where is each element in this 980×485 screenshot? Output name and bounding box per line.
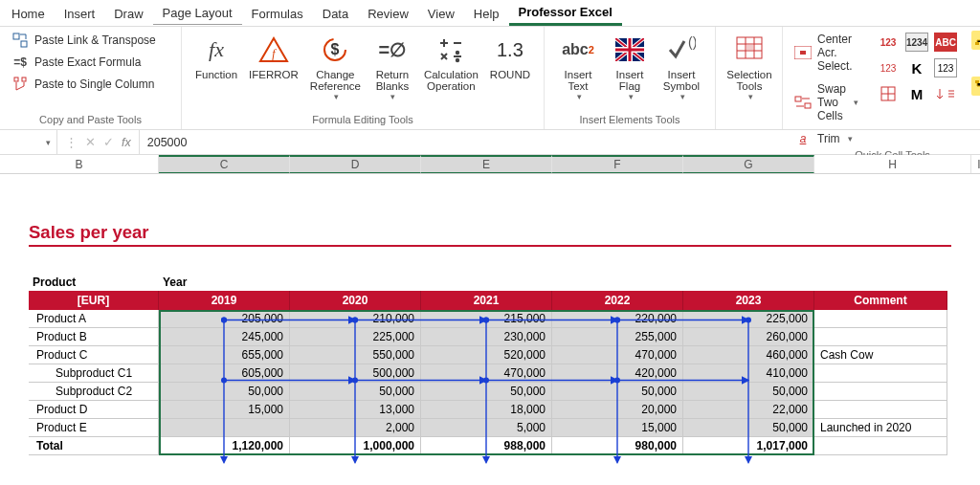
value-cell[interactable]: 980,000 <box>552 437 683 454</box>
value-cell[interactable]: 655,000 <box>159 346 290 364</box>
value-cell[interactable]: 50,000 <box>421 383 552 400</box>
group-1234-icon[interactable]: 1234 <box>905 33 928 52</box>
center-across-selection-button[interactable]: Center Acr. Select. <box>791 31 862 75</box>
value-cell[interactable]: 215,000 <box>421 310 552 327</box>
hierarchy-bottom-icon[interactable] <box>971 77 980 96</box>
value-cell[interactable]: 15,000 <box>159 401 290 418</box>
value-cell[interactable]: 410,000 <box>683 364 814 382</box>
comment-cell[interactable] <box>814 383 947 400</box>
value-cell[interactable]: 22,000 <box>683 401 814 418</box>
product-name-cell[interactable]: Product D <box>29 401 159 418</box>
col-header-D[interactable]: D <box>290 155 421 173</box>
value-cell[interactable]: 50,000 <box>683 383 814 400</box>
chevron-down-small-icon[interactable]: ▾ <box>971 54 980 73</box>
value-cell[interactable]: 15,000 <box>552 419 683 436</box>
value-cell[interactable]: 50,000 <box>683 419 814 436</box>
col-header-F[interactable]: F <box>552 155 683 173</box>
abc-red-icon[interactable]: ABC <box>934 33 957 52</box>
round-button[interactable]: 1.3 ROUND <box>484 31 536 82</box>
grid-dots-icon[interactable] <box>877 84 900 103</box>
swap-two-cells-button[interactable]: Swap Two Cells ▾ <box>791 80 862 124</box>
return-blanks-button[interactable]: =∅ Return Blanks▾ <box>367 31 418 103</box>
value-cell[interactable]: 470,000 <box>552 346 683 364</box>
boxed-123-icon[interactable]: 123 <box>934 58 957 77</box>
millions-m-icon[interactable]: M <box>905 84 928 103</box>
value-cell[interactable]: 230,000 <box>421 328 552 345</box>
tab-data[interactable]: Data <box>313 2 358 25</box>
value-cell[interactable]: 988,000 <box>421 437 552 454</box>
name-box[interactable]: ▾ <box>0 130 57 154</box>
sort-arrows-icon[interactable] <box>934 84 957 103</box>
product-name-cell[interactable]: Total <box>29 437 159 454</box>
comment-cell[interactable] <box>814 310 947 327</box>
value-cell[interactable]: 50,000 <box>290 383 421 400</box>
accept-check-icon[interactable]: ✓ <box>103 135 114 149</box>
value-cell[interactable]: 550,000 <box>290 346 421 364</box>
value-cell[interactable]: 13,000 <box>290 401 421 418</box>
product-name-cell[interactable]: Subproduct C1 <box>29 364 159 382</box>
alt-123-icon[interactable]: 123 <box>877 58 900 77</box>
paste-single-column-button[interactable]: Paste to Single Column <box>8 75 160 94</box>
value-cell[interactable]: 255,000 <box>552 328 683 345</box>
comment-cell[interactable] <box>814 364 947 382</box>
col-header-C[interactable]: C <box>159 155 290 173</box>
formula-input[interactable]: 205000 <box>140 136 980 149</box>
comment-cell[interactable] <box>814 328 947 345</box>
cancel-x-icon[interactable]: ✕ <box>85 135 96 149</box>
value-cell[interactable]: 460,000 <box>683 346 814 364</box>
col-header-I[interactable]: I <box>971 155 980 173</box>
product-name-cell[interactable]: Subproduct C2 <box>29 383 159 400</box>
comment-cell[interactable]: Launched in 2020 <box>814 419 947 436</box>
tab-page-layout[interactable]: Page Layout <box>153 1 242 25</box>
col-header-G[interactable]: G <box>683 155 814 173</box>
value-cell[interactable]: 18,000 <box>421 401 552 418</box>
tab-help[interactable]: Help <box>464 2 509 25</box>
value-cell[interactable]: 225,000 <box>290 328 421 345</box>
value-cell[interactable]: 50,000 <box>159 383 290 400</box>
product-name-cell[interactable]: Product A <box>29 310 159 327</box>
value-cell[interactable]: 225,000 <box>683 310 814 327</box>
value-cell[interactable] <box>159 419 290 436</box>
col-header-E[interactable]: E <box>421 155 552 173</box>
hierarchy-top-icon[interactable] <box>971 31 980 50</box>
value-cell[interactable]: 220,000 <box>552 310 683 327</box>
fx-label[interactable]: fx <box>122 136 131 149</box>
calculation-operation-button[interactable]: Calculation Operation <box>418 31 484 94</box>
value-cell[interactable]: 260,000 <box>683 328 814 345</box>
value-cell[interactable]: 5,000 <box>421 419 552 436</box>
value-cell[interactable]: 50,000 <box>552 383 683 400</box>
value-cell[interactable]: 2,000 <box>290 419 421 436</box>
value-cell[interactable]: 520,000 <box>421 346 552 364</box>
product-name-cell[interactable]: Product C <box>29 346 159 364</box>
tab-view[interactable]: View <box>418 2 464 25</box>
iferror-button[interactable]: f IFERROR <box>243 31 304 82</box>
tab-professor-excel[interactable]: Professor Excel <box>509 0 622 26</box>
value-cell[interactable]: 500,000 <box>290 364 421 382</box>
paste-link-transpose-button[interactable]: Paste Link & Transpose <box>8 31 160 50</box>
value-cell[interactable]: 1,017,000 <box>683 437 814 454</box>
product-name-cell[interactable]: Product E <box>29 419 159 436</box>
col-header-B[interactable]: B <box>0 155 159 173</box>
change-reference-button[interactable]: $ Change Reference▾ <box>304 31 367 103</box>
value-cell[interactable]: 210,000 <box>290 310 421 327</box>
product-name-cell[interactable]: Product B <box>29 328 159 345</box>
tab-draw[interactable]: Draw <box>104 2 152 25</box>
col-header-H[interactable]: H <box>814 155 971 173</box>
thousands-k-icon[interactable]: K <box>905 58 928 77</box>
value-cell[interactable]: 470,000 <box>421 364 552 382</box>
insert-symbol-button[interactable]: ().. Insert Symbol▾ <box>656 31 707 103</box>
tab-home[interactable]: Home <box>2 2 55 25</box>
value-cell[interactable]: 605,000 <box>159 364 290 382</box>
insert-flag-button[interactable]: Insert Flag▾ <box>604 31 656 103</box>
insert-text-button[interactable]: abc2 Insert Text▾ <box>552 31 604 103</box>
comment-cell[interactable] <box>814 401 947 418</box>
tab-review[interactable]: Review <box>358 2 418 25</box>
value-cell[interactable]: 245,000 <box>159 328 290 345</box>
tab-formulas[interactable]: Formulas <box>242 2 313 25</box>
comment-cell[interactable] <box>814 437 947 454</box>
paste-exact-formula-button[interactable]: =$ Paste Exact Formula <box>8 54 160 71</box>
worksheet[interactable]: Sales per year Product Year [EUR]2019202… <box>0 174 980 455</box>
value-cell[interactable]: 420,000 <box>552 364 683 382</box>
value-cell[interactable]: 1,000,000 <box>290 437 421 454</box>
function-button[interactable]: fx Function <box>189 31 243 82</box>
